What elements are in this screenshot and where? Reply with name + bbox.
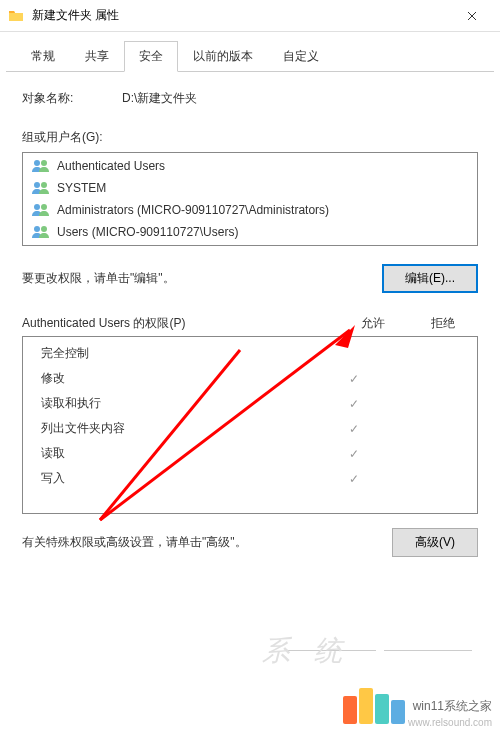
edit-button[interactable]: 编辑(E)... <box>382 264 478 293</box>
users-icon <box>31 202 51 218</box>
edit-row: 要更改权限，请单击"编辑"。 编辑(E)... <box>22 264 478 293</box>
users-icon <box>31 224 51 240</box>
permission-row: 读取和执行 ✓ <box>23 391 477 416</box>
object-name-row: 对象名称: D:\新建文件夹 <box>22 90 478 107</box>
permissions-header: Authenticated Users 的权限(P) 允许 拒绝 <box>22 315 478 332</box>
tab-sharing[interactable]: 共享 <box>70 41 124 72</box>
allow-column-label: 允许 <box>338 315 408 332</box>
titlebar: 新建文件夹 属性 <box>0 0 500 32</box>
tab-customize[interactable]: 自定义 <box>268 41 334 72</box>
svg-point-6 <box>34 226 40 232</box>
permission-name: 读取和执行 <box>41 395 319 412</box>
object-name-label: 对象名称: <box>22 90 122 107</box>
watermark-text: win11系统之家 <box>413 698 492 715</box>
tab-general[interactable]: 常规 <box>16 41 70 72</box>
list-item[interactable]: Administrators (MICRO-909110727\Administ… <box>25 199 475 221</box>
svg-point-0 <box>34 160 40 166</box>
users-icon <box>31 158 51 174</box>
permission-name: 读取 <box>41 445 319 462</box>
list-item[interactable]: Authenticated Users <box>25 155 475 177</box>
permission-row: 写入 ✓ <box>23 466 477 491</box>
list-item-label: Users (MICRO-909110727\Users) <box>57 225 238 239</box>
advanced-button[interactable]: 高级(V) <box>392 528 478 557</box>
advanced-hint-text: 有关特殊权限或高级设置，请单击"高级"。 <box>22 534 247 551</box>
list-item-label: Authenticated Users <box>57 159 165 173</box>
content-area: 对象名称: D:\新建文件夹 组或用户名(G): Authenticated U… <box>0 72 500 591</box>
allow-cell: ✓ <box>319 372 389 386</box>
folder-icon <box>8 8 24 24</box>
users-icon <box>31 180 51 196</box>
svg-point-1 <box>41 160 47 166</box>
advanced-row: 有关特殊权限或高级设置，请单击"高级"。 高级(V) <box>22 528 478 557</box>
cancel-button-ghost[interactable] <box>384 650 472 672</box>
allow-cell: ✓ <box>319 447 389 461</box>
tab-strip: 常规 共享 安全 以前的版本 自定义 <box>6 32 494 72</box>
permissions-header-label: Authenticated Users 的权限(P) <box>22 315 338 332</box>
svg-point-4 <box>34 204 40 210</box>
permission-name: 列出文件夹内容 <box>41 420 319 437</box>
tab-security[interactable]: 安全 <box>124 41 178 72</box>
permission-row: 完全控制 <box>23 341 477 366</box>
permission-name: 完全控制 <box>41 345 319 362</box>
allow-cell: ✓ <box>319 422 389 436</box>
groups-label: 组或用户名(G): <box>22 129 478 146</box>
permission-name: 写入 <box>41 470 319 487</box>
permission-row: 读取 ✓ <box>23 441 477 466</box>
edit-hint-text: 要更改权限，请单击"编辑"。 <box>22 270 175 287</box>
allow-cell: ✓ <box>319 472 389 486</box>
allow-cell: ✓ <box>319 397 389 411</box>
watermark-faded: 系 统 <box>262 632 350 670</box>
svg-point-7 <box>41 226 47 232</box>
window-title: 新建文件夹 属性 <box>32 7 452 24</box>
svg-point-2 <box>34 182 40 188</box>
object-name-value: D:\新建文件夹 <box>122 90 478 107</box>
permission-name: 修改 <box>41 370 319 387</box>
list-item-label: Administrators (MICRO-909110727\Administ… <box>57 203 329 217</box>
list-item[interactable]: SYSTEM <box>25 177 475 199</box>
watermark-url: www.relsound.com <box>408 717 492 728</box>
svg-point-3 <box>41 182 47 188</box>
permissions-listbox: 完全控制 修改 ✓ 读取和执行 ✓ 列出文件夹内容 ✓ 读取 ✓ 写入 ✓ <box>22 336 478 514</box>
permission-row: 修改 ✓ <box>23 366 477 391</box>
groups-listbox[interactable]: Authenticated Users SYSTEM Administrator… <box>22 152 478 246</box>
list-item-label: SYSTEM <box>57 181 106 195</box>
deny-column-label: 拒绝 <box>408 315 478 332</box>
svg-point-5 <box>41 204 47 210</box>
close-button[interactable] <box>452 0 492 32</box>
list-item[interactable]: Users (MICRO-909110727\Users) <box>25 221 475 243</box>
watermark-logo <box>343 688 407 724</box>
permission-row: 列出文件夹内容 ✓ <box>23 416 477 441</box>
tab-previous-versions[interactable]: 以前的版本 <box>178 41 268 72</box>
